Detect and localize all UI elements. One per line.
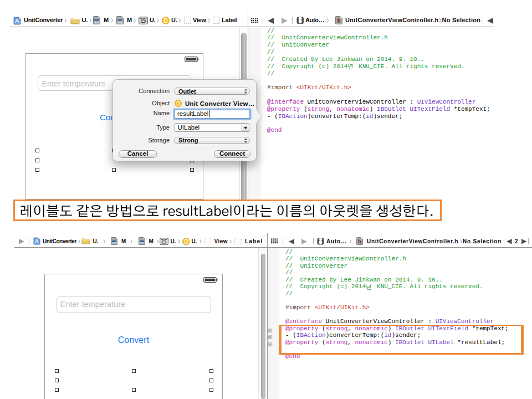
svg-text:h: h (358, 239, 361, 244)
svg-text:h: h (337, 18, 340, 24)
